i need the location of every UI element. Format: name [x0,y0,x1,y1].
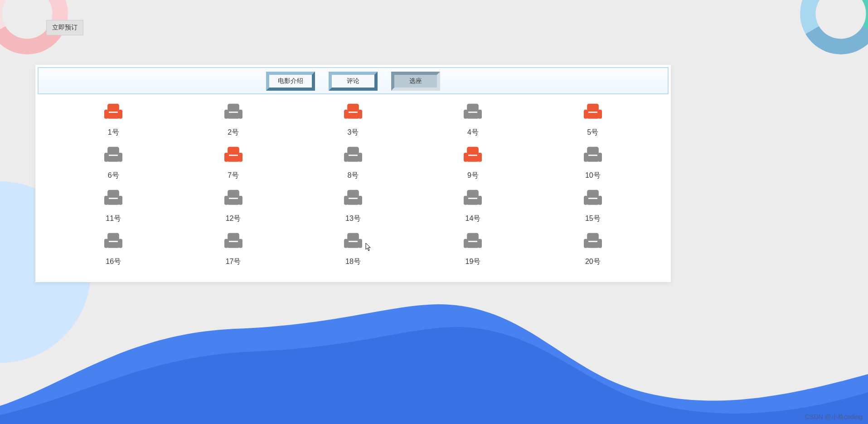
svg-rect-83 [238,239,242,248]
svg-rect-37 [344,153,348,162]
tab-comment[interactable]: 评论 [329,72,378,91]
svg-rect-2 [104,110,108,119]
seat-label: 1号 [108,128,119,137]
seat-available-icon [223,189,244,209]
tab-seat[interactable]: 选座 [391,72,440,91]
svg-rect-93 [478,239,482,248]
svg-rect-77 [104,239,108,248]
svg-rect-8 [238,110,242,119]
seat-6[interactable]: 6号 [53,146,173,180]
svg-rect-22 [584,110,588,119]
seat-16[interactable]: 16号 [53,232,173,267]
svg-rect-1 [107,112,119,118]
seat-label: 3号 [348,128,359,137]
seat-15[interactable]: 15号 [533,189,653,224]
svg-rect-52 [104,196,108,205]
seat-taken-icon [103,102,124,122]
svg-rect-67 [464,196,468,205]
svg-rect-28 [119,153,123,162]
svg-rect-42 [464,153,468,162]
svg-rect-79 [109,241,118,242]
tab-label: 评论 [347,77,359,85]
tab-label: 电影介绍 [278,77,303,85]
seat-7[interactable]: 7号 [173,146,293,180]
svg-rect-74 [588,198,597,199]
seat-label: 4号 [467,128,479,137]
svg-rect-13 [358,110,362,119]
seat-taken-icon [582,102,603,122]
svg-rect-68 [478,196,482,205]
seat-available-icon [462,232,483,252]
svg-rect-71 [587,198,599,205]
seat-label: 18号 [345,257,361,267]
svg-rect-11 [347,112,359,118]
seat-label: 7号 [228,171,239,180]
svg-rect-57 [224,196,228,205]
seat-10[interactable]: 10号 [533,146,653,180]
svg-rect-91 [467,241,479,248]
seat-available-icon [103,232,124,252]
decorative-wave [0,288,868,424]
seat-20[interactable]: 20号 [533,232,653,267]
seat-label: 12号 [226,214,241,224]
svg-rect-24 [588,112,597,113]
svg-rect-73 [598,196,602,205]
seat-13[interactable]: 13号 [293,189,413,224]
svg-rect-17 [464,110,468,119]
seat-9[interactable]: 9号 [413,146,533,180]
seat-available-icon [103,189,124,209]
svg-rect-31 [228,155,239,161]
svg-rect-76 [107,241,119,248]
svg-rect-97 [584,239,588,248]
seat-label: 14号 [465,214,480,224]
seat-available-icon [343,146,364,166]
svg-rect-99 [588,241,597,242]
seat-available-icon [582,189,603,209]
seat-available-icon [582,232,603,252]
svg-rect-62 [344,196,348,205]
tab-intro[interactable]: 电影介绍 [266,72,315,91]
svg-rect-46 [587,155,599,161]
seat-5[interactable]: 5号 [533,102,653,137]
seat-11[interactable]: 11号 [53,189,173,224]
svg-rect-33 [238,153,242,162]
seat-19[interactable]: 19号 [413,232,533,267]
svg-rect-51 [107,198,119,205]
seat-available-icon [462,189,483,209]
seat-3[interactable]: 3号 [293,102,413,137]
seat-2[interactable]: 2号 [173,102,293,137]
svg-rect-7 [224,110,228,119]
seat-taken-icon [223,146,244,166]
svg-rect-3 [119,110,123,119]
seat-label: 19号 [465,257,480,267]
seat-label: 5号 [587,128,598,137]
svg-rect-94 [468,241,477,242]
svg-rect-38 [358,153,362,162]
svg-rect-29 [109,155,118,156]
seat-4[interactable]: 4号 [413,102,533,137]
seat-1[interactable]: 1号 [53,102,173,137]
seat-taken-icon [462,146,483,166]
svg-rect-54 [109,198,118,199]
svg-rect-6 [228,112,239,118]
decorative-ring-right [800,0,868,54]
svg-rect-69 [468,198,477,199]
seat-available-icon [103,146,124,166]
svg-rect-87 [344,239,348,248]
seat-12[interactable]: 12号 [173,189,293,224]
svg-rect-64 [349,198,358,199]
seat-14[interactable]: 14号 [413,189,533,224]
book-now-button[interactable]: 立即预订 [46,20,83,35]
seat-8[interactable]: 8号 [293,146,413,180]
svg-rect-48 [598,153,602,162]
seat-available-icon [582,146,603,166]
svg-rect-23 [598,110,602,119]
seat-18[interactable]: 18号 [293,232,413,267]
svg-rect-19 [468,112,477,113]
seat-17[interactable]: 17号 [173,232,293,267]
svg-rect-21 [587,112,599,118]
svg-rect-84 [229,241,238,242]
seat-label: 17号 [226,257,241,267]
tab-label: 选座 [409,77,422,85]
seat-available-icon [223,102,244,122]
